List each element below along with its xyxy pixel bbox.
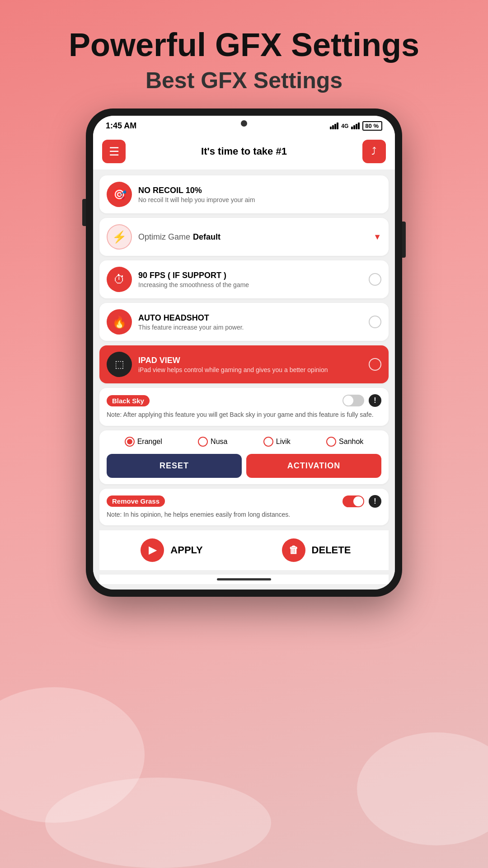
headshot-icon-circle: 🔥 — [107, 309, 132, 335]
map-radio-livik[interactable] — [263, 437, 273, 447]
map-option-livik[interactable]: Livik — [263, 437, 291, 447]
fps-radio[interactable] — [369, 273, 381, 286]
reset-button[interactable]: RESET — [107, 454, 242, 478]
signal-bar-5 — [351, 127, 353, 129]
no-recoil-desc: No recoil It will help you improve your … — [138, 196, 381, 203]
no-recoil-icon: 🎯 — [112, 189, 127, 200]
wifi-bars — [351, 123, 360, 129]
map-option-nusa[interactable]: Nusa — [198, 437, 227, 447]
ipad-text: iPAD VIEW iPad view helps control while … — [138, 356, 362, 373]
ipad-radio[interactable] — [369, 358, 381, 371]
bottom-action-bar: ▶ APPLY 🗑 DELETE — [99, 530, 389, 570]
rg-controls: ! — [343, 495, 381, 508]
delete-label: DELETE — [312, 544, 351, 556]
activation-button[interactable]: ACTIVATION — [246, 454, 381, 478]
fps-desc: Increasing the smoothness of the game — [138, 281, 362, 288]
page-subtitle: Best GFX Settings — [18, 67, 470, 94]
delete-button[interactable]: 🗑 DELETE — [244, 530, 389, 570]
map-radio-erangel[interactable] — [125, 437, 135, 447]
battery-icon: 80 % — [362, 121, 382, 131]
status-time: 1:45 AM — [106, 121, 136, 131]
headshot-radio[interactable] — [369, 316, 381, 328]
headshot-card[interactable]: 🔥 AUTO HEADSHOT This feature increase yo… — [99, 303, 389, 341]
action-buttons: RESET ACTIVATION — [107, 454, 381, 478]
map-label-sanhok: Sanhok — [339, 438, 363, 446]
ipad-desc: iPad view helps control while gaming and… — [138, 366, 362, 373]
map-radio-sanhok[interactable] — [326, 437, 336, 447]
no-recoil-text: NO RECOIL 10% No recoil It will help you… — [138, 186, 381, 203]
battery-level: 80 — [365, 123, 371, 129]
headshot-icon: 🔥 — [112, 316, 127, 328]
signal-bar-1 — [330, 127, 332, 129]
page-header: Powerful GFX Settings Best GFX Settings — [0, 0, 488, 103]
map-label-erangel: Erangel — [137, 438, 162, 446]
no-recoil-card[interactable]: 🎯 NO RECOIL 10% No recoil It will help y… — [99, 175, 389, 213]
share-button[interactable]: ⤴ — [362, 140, 386, 163]
black-sky-toggle[interactable] — [343, 395, 364, 406]
ipad-title: iPAD VIEW — [138, 356, 362, 365]
home-bar — [217, 578, 271, 580]
phone-mockup: 1:45 AM 4G — [86, 108, 402, 597]
black-sky-badge: Black Sky — [107, 395, 150, 406]
remove-grass-badge: Remove Grass — [107, 495, 165, 507]
apply-button[interactable]: ▶ APPLY — [99, 530, 244, 570]
delete-icon: 🗑 — [282, 538, 305, 562]
optimiz-game-card[interactable]: ⚡ Optimiz Game Default ▼ — [99, 218, 389, 256]
black-sky-card: Black Sky ! Note: After applying this fe… — [99, 388, 389, 426]
no-recoil-icon-circle: 🎯 — [107, 182, 132, 207]
optimiz-value: Default — [193, 232, 221, 242]
optimiz-content: Optimiz Game Default — [138, 232, 367, 242]
signal-bar-4 — [337, 123, 338, 129]
signal-bar-2 — [332, 125, 334, 129]
headshot-text: AUTO HEADSHOT This feature increase your… — [138, 313, 362, 331]
map-option-erangel[interactable]: Erangel — [125, 437, 162, 447]
apply-icon: ▶ — [141, 538, 164, 562]
signal-bar-8 — [358, 123, 360, 129]
remove-grass-info[interactable]: ! — [369, 495, 381, 508]
menu-button[interactable]: ☰ — [102, 140, 126, 163]
remove-grass-desc: Note: In his opinion, he helps enemies e… — [107, 510, 381, 519]
bg-cloud-bottom — [45, 778, 271, 868]
no-recoil-title: NO RECOIL 10% — [138, 186, 381, 195]
phone-screen: 1:45 AM 4G — [93, 116, 395, 590]
remove-grass-header: Remove Grass ! — [107, 495, 381, 508]
map-options: Erangel Nusa Livik Sanhok — [107, 437, 381, 447]
app-title: It's time to take #1 — [201, 146, 287, 157]
network-type: 4G — [341, 123, 348, 129]
page-title: Powerful GFX Settings — [18, 27, 470, 63]
black-sky-header: Black Sky ! — [107, 394, 381, 407]
map-selector-card: Erangel Nusa Livik Sanhok — [99, 430, 389, 484]
headshot-title: AUTO HEADSHOT — [138, 313, 362, 323]
map-label-nusa: Nusa — [211, 438, 227, 446]
ipad-icon-circle: ⬚ — [107, 352, 132, 377]
sky-controls: ! — [343, 394, 381, 407]
black-sky-info[interactable]: ! — [369, 394, 381, 407]
bg-cloud-right — [357, 732, 488, 845]
remove-grass-toggle[interactable] — [343, 495, 364, 507]
status-icons: 4G 80 % — [330, 121, 382, 131]
home-indicator — [99, 575, 389, 584]
map-label-livik: Livik — [276, 438, 291, 446]
share-icon: ⤴ — [371, 146, 376, 157]
black-sky-desc: Note: After applying this feature you wi… — [107, 410, 381, 420]
apply-label: APPLY — [170, 544, 202, 556]
signal-bars — [330, 123, 338, 129]
ipad-view-card[interactable]: ⬚ iPAD VIEW iPad view helps control whil… — [99, 345, 389, 383]
fps-card[interactable]: ⏱ 90 FPS ( if support ) Increasing the s… — [99, 260, 389, 298]
map-option-sanhok[interactable]: Sanhok — [326, 437, 363, 447]
optimiz-icon: ⚡ — [112, 231, 127, 243]
content-area: 🎯 NO RECOIL 10% No recoil It will help y… — [93, 170, 395, 590]
signal-bar-6 — [353, 125, 355, 129]
dropdown-arrow-icon: ▼ — [373, 232, 381, 242]
fps-icon-circle: ⏱ — [107, 267, 132, 292]
headshot-desc: This feature increase your aim power. — [138, 324, 362, 331]
optimiz-label: Optimiz Game — [138, 232, 190, 242]
phone-outer: 1:45 AM 4G — [86, 108, 402, 597]
app-header: ☰ It's time to take #1 ⤴ — [93, 133, 395, 170]
map-radio-nusa[interactable] — [198, 437, 208, 447]
fps-text: 90 FPS ( if support ) Increasing the smo… — [138, 271, 362, 288]
fps-icon: ⏱ — [113, 274, 125, 285]
ipad-view-icon: ⬚ — [115, 359, 124, 370]
camera-dot — [241, 120, 247, 127]
signal-bar-3 — [334, 124, 336, 129]
